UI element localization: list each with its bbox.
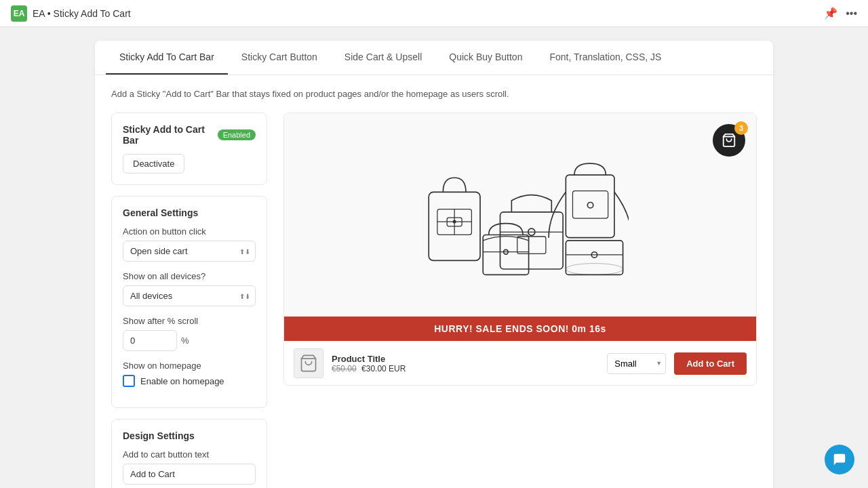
scroll-unit-label: % xyxy=(181,336,189,346)
two-col-layout: Sticky Add to Cart Bar Enabled Deactivat… xyxy=(111,113,757,488)
homepage-label: Show on homepage xyxy=(123,361,256,371)
size-select-wrap: Small Medium Large ▼ xyxy=(607,353,666,374)
tab-side-cart-upsell[interactable]: Side Cart & Upsell xyxy=(331,41,435,75)
scroll-label: Show after % scroll xyxy=(123,316,256,326)
top-bar: EA EA • Sticky Add To Cart 📌 ••• xyxy=(0,0,868,27)
homepage-checkbox[interactable] xyxy=(123,375,135,387)
floating-cart-button[interactable]: 3 xyxy=(713,124,745,157)
cart-icon xyxy=(722,133,736,148)
svg-point-12 xyxy=(587,202,593,207)
status-section: Sticky Add to Cart Bar Enabled Deactivat… xyxy=(111,113,267,185)
svg-rect-11 xyxy=(572,191,608,218)
cart-badge: 3 xyxy=(734,121,748,135)
svg-point-5 xyxy=(453,220,456,224)
general-settings-header: General Settings xyxy=(123,207,256,218)
tab-sticky-add-cart-bar[interactable]: Sticky Add To Cart Bar xyxy=(106,41,228,75)
tab-font-translation-css-js[interactable]: Font, Translation, CSS, JS xyxy=(536,41,675,75)
price-old: €50.00 xyxy=(332,364,357,373)
chat-icon xyxy=(832,452,847,467)
status-header: Sticky Add to Cart Bar Enabled xyxy=(123,124,256,146)
product-info: Product Title €50.00 €30.00 EUR xyxy=(332,354,599,373)
product-thumb-icon xyxy=(299,354,318,373)
status-badge: Enabled xyxy=(218,129,256,140)
general-settings-title: General Settings xyxy=(123,207,198,218)
preview-image-area: 3 xyxy=(284,113,756,317)
scroll-input-wrap: % xyxy=(123,330,256,351)
deactivate-button[interactable]: Deactivate xyxy=(123,154,184,174)
scroll-input[interactable] xyxy=(123,330,177,351)
homepage-checkbox-label: Enable on homepage xyxy=(140,376,224,386)
product-price: €50.00 €30.00 EUR xyxy=(332,364,599,373)
add-to-cart-preview-button[interactable]: Add to Cart xyxy=(674,352,747,375)
action-select[interactable]: Open side cart Go to cart Add to cart xyxy=(123,241,256,262)
preview-area: 3 HURRY! SALE ENDS SOON! 0m 16s xyxy=(283,113,757,386)
product-bar: Product Title €50.00 €30.00 EUR Small Me… xyxy=(284,341,756,385)
app-logo: EA xyxy=(11,5,27,22)
scroll-field: Show after % scroll % xyxy=(123,316,256,351)
action-select-wrap: Open side cart Go to cart Add to cart ⬆⬇ xyxy=(123,241,256,262)
devices-field: Show on all devices? All devices Mobile … xyxy=(123,271,256,306)
more-menu-icon[interactable]: ••• xyxy=(846,7,857,20)
svg-rect-6 xyxy=(500,212,564,269)
price-new: €30.00 EUR xyxy=(361,364,406,373)
devices-select[interactable]: All devices Mobile only Desktop only xyxy=(123,285,256,306)
add-to-cart-text-input[interactable] xyxy=(123,464,256,485)
left-col: Sticky Add to Cart Bar Enabled Deactivat… xyxy=(111,113,267,488)
design-settings-header: Design Settings xyxy=(123,430,256,441)
right-col: 3 HURRY! SALE ENDS SOON! 0m 16s xyxy=(283,113,757,488)
status-title: Sticky Add to Cart Bar xyxy=(123,124,211,146)
add-to-cart-text-field: Add to cart button text xyxy=(123,449,256,485)
general-settings-section: General Settings Action on button click … xyxy=(111,196,267,408)
sale-bar: HURRY! SALE ENDS SOON! 0m 16s xyxy=(284,317,756,341)
tab-quick-buy-button[interactable]: Quick Buy Button xyxy=(435,41,536,75)
main-card: Sticky Add To Cart Bar Sticky Cart Butto… xyxy=(95,41,773,488)
design-settings-section: Design Settings Add to cart button text … xyxy=(111,419,267,488)
action-field: Action on button click Open side cart Go… xyxy=(123,226,256,262)
tab-sticky-cart-button[interactable]: Sticky Cart Button xyxy=(228,41,331,75)
product-thumbnail xyxy=(294,348,323,378)
devices-label: Show on all devices? xyxy=(123,271,256,281)
devices-select-wrap: All devices Mobile only Desktop only ⬆⬇ xyxy=(123,285,256,306)
svg-point-16 xyxy=(566,264,623,275)
pin-icon[interactable]: 📌 xyxy=(824,7,837,20)
homepage-checkbox-row: Enable on homepage xyxy=(123,375,256,387)
tab-bar: Sticky Add To Cart Bar Sticky Cart Butto… xyxy=(95,41,773,75)
svg-rect-9 xyxy=(517,237,546,253)
size-select[interactable]: Small Medium Large xyxy=(607,353,666,374)
page-subtitle: Add a Sticky "Add to Cart" Bar that stay… xyxy=(111,89,757,99)
product-name: Product Title xyxy=(332,354,599,364)
homepage-field: Show on homepage Enable on homepage xyxy=(123,361,256,387)
main-content: Sticky Add To Cart Bar Sticky Cart Butto… xyxy=(0,27,868,488)
bags-illustration xyxy=(412,140,629,289)
app-title: EA • Sticky Add To Cart xyxy=(33,8,131,19)
card-body: Add a Sticky "Add to Cart" Bar that stay… xyxy=(95,75,773,488)
top-bar-left: EA EA • Sticky Add To Cart xyxy=(11,5,131,22)
chat-button[interactable] xyxy=(825,445,854,474)
add-to-cart-text-label: Add to cart button text xyxy=(123,449,256,460)
action-label: Action on button click xyxy=(123,226,256,237)
design-settings-title: Design Settings xyxy=(123,430,195,441)
top-bar-right: 📌 ••• xyxy=(824,7,857,20)
